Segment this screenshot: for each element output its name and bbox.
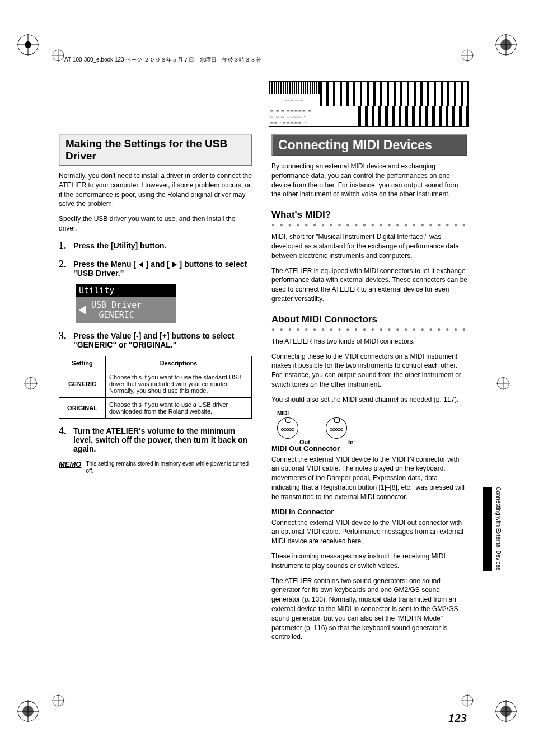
section-title-usb: Making the Settings for the USB Driver xyxy=(59,134,252,166)
thumb-tab xyxy=(483,487,492,571)
paragraph: Connect the external MIDI device to the … xyxy=(271,455,467,502)
step-text: Press the [Utility] button. xyxy=(73,240,166,252)
dotted-rule: ● ● ● ● ● ● ● ● ● ● ● ● ● ● ● ● ● ● ● ● … xyxy=(271,222,467,228)
section-title-midi: Connecting MIDI Devices xyxy=(271,134,467,156)
memo-text: This setting remains stored in memory ev… xyxy=(86,460,252,475)
settings-table: SettingDescriptions GENERICChoose this i… xyxy=(59,356,252,419)
triangle-left-icon xyxy=(79,306,86,314)
registration-mark-icon xyxy=(495,375,512,392)
paragraph: The ATELIER has two kinds of MIDI connec… xyxy=(271,337,467,346)
subheading-small: MIDI In Connector xyxy=(271,508,467,516)
paragraph: Connecting these to the MIDI connectors … xyxy=(271,352,467,389)
memo-label: MEMO xyxy=(59,460,81,475)
print-header: AT-100-300_e.book 123 ページ ２００８年５月７日 水曜日 … xyxy=(64,56,261,64)
arrow-right-icon xyxy=(172,262,177,267)
paragraph: MIDI, short for "Musical Instrument Digi… xyxy=(271,232,467,260)
step-number: 1. xyxy=(59,240,69,252)
registration-mark-icon xyxy=(460,48,475,63)
step-number: 4. xyxy=(59,425,69,453)
step-number: 2. xyxy=(59,259,69,278)
midi-jacks-figure: MIDI Out In xyxy=(277,410,467,439)
lcd-screen: Utility USB DriverGENERIC xyxy=(76,284,176,323)
midi-out-jack-icon xyxy=(277,417,298,439)
side-label: Connecting with External Devices xyxy=(495,487,502,570)
registration-mark-icon xyxy=(17,34,39,56)
arrow-left-icon xyxy=(139,262,143,267)
step-text: Press the Value [-] and [+] buttons to s… xyxy=(73,330,252,349)
registration-mark-icon xyxy=(460,693,475,708)
paragraph: You should also set the MIDI send channe… xyxy=(271,395,467,405)
right-column: Connecting MIDI Devices By connecting an… xyxy=(271,78,467,647)
paragraph: These incoming messages may instruct the… xyxy=(271,552,467,571)
dotted-rule: ● ● ● ● ● ● ● ● ● ● ● ● ● ● ● ● ● ● ● ● … xyxy=(271,326,467,332)
subheading: About MIDI Connectors xyxy=(271,314,467,325)
registration-mark-icon xyxy=(495,700,517,722)
paragraph: Normally, you don't need to install a dr… xyxy=(59,171,252,209)
paragraph: Connect the external MIDI device to the … xyxy=(271,518,467,546)
registration-mark-icon xyxy=(50,693,66,708)
registration-mark-icon xyxy=(22,375,39,392)
registration-mark-icon xyxy=(495,34,517,56)
subheading: What's MIDI? xyxy=(271,209,467,220)
paragraph: By connecting an external MIDI device an… xyxy=(271,162,467,199)
left-column: Making the Settings for the USB Driver N… xyxy=(59,78,252,647)
step-text: Turn the ATELIER's volume to the minimum… xyxy=(73,425,252,453)
registration-mark-icon xyxy=(50,48,66,63)
step-number: 3. xyxy=(59,330,69,349)
paragraph: The ATELIER contains two sound generator… xyxy=(271,576,467,642)
step-text: Press the Menu [ ] and [ ] buttons to se… xyxy=(73,259,252,278)
page-number: 123 xyxy=(448,711,467,725)
paragraph: Specify the USB driver you want to use, … xyxy=(59,214,252,233)
paragraph: The ATELIER is equipped with MIDI connec… xyxy=(271,266,467,304)
midi-in-jack-icon xyxy=(326,417,347,439)
subheading-small: MIDI Out Connector xyxy=(271,444,467,453)
registration-mark-icon xyxy=(17,700,39,722)
